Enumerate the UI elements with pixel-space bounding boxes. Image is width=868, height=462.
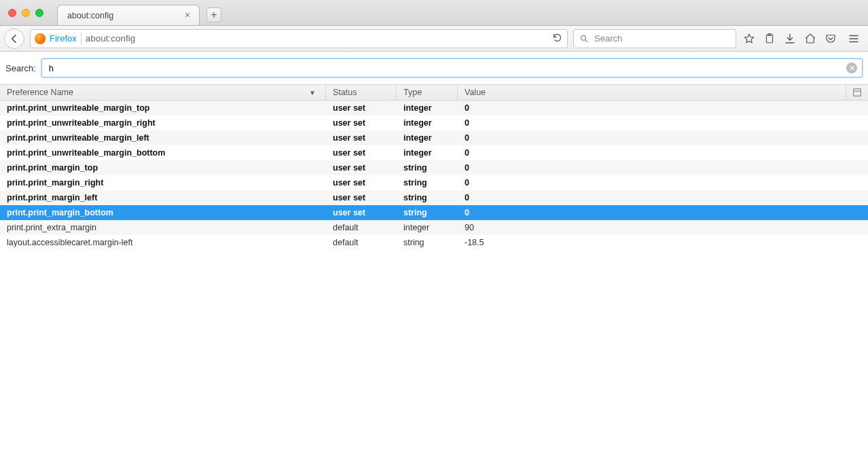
cell-preference-name: print.print_unwriteable_margin_left [0,133,326,143]
cell-type: string [397,163,458,173]
table-row[interactable]: print.print_margin_bottomuser setstring0 [0,205,868,220]
reload-button[interactable] [551,33,563,45]
cell-preference-name: print.print_unwriteable_margin_top [0,103,326,113]
cell-value: 0 [458,163,868,173]
search-placeholder: Search [594,33,622,43]
close-window-button[interactable] [8,9,16,17]
pocket-button[interactable] [820,29,841,49]
svg-line-1 [585,39,587,41]
library-button[interactable] [759,29,780,49]
config-search-label: Search: [5,63,36,73]
new-tab-button[interactable]: + [206,7,221,22]
col-header-type[interactable]: Type [397,85,458,100]
cell-type: integer [397,148,458,158]
app-menu-button[interactable] [844,29,864,49]
cell-type: string [397,193,458,202]
cell-value: 0 [458,103,868,113]
cell-preference-name: print.print_margin_top [0,163,326,173]
svg-point-0 [581,35,585,40]
cell-value: 0 [458,193,868,202]
pocket-icon [825,33,837,45]
close-icon: ✕ [849,65,855,72]
cell-status: default [326,238,397,247]
cell-preference-name: print.print_margin_right [0,178,326,188]
cell-status: user set [326,208,397,217]
cell-value: 0 [458,148,868,158]
cell-value: 0 [458,178,868,188]
cell-preference-name: print.print_extra_margin [0,223,326,232]
cell-value: -18.5 [458,238,868,247]
downloads-button[interactable] [780,29,800,49]
tab-title: about:config [67,11,113,20]
navigation-toolbar: Firefox about:config Search [0,26,868,52]
cell-type: string [397,178,458,188]
window-controls [0,9,52,17]
cell-preference-name: print.print_margin_bottom [0,208,326,217]
prefs-table-body: print.print_unwriteable_margin_topuser s… [0,101,868,250]
url-bar[interactable]: Firefox about:config [30,29,568,48]
table-row[interactable]: print.print_margin_rightuser setstring0 [0,175,868,190]
back-button[interactable] [4,29,24,49]
column-picker-button[interactable] [846,85,868,100]
svg-rect-4 [854,89,861,96]
url-identity-label: Firefox [50,33,77,43]
cell-type: string [397,238,458,247]
cell-preference-name: print.print_unwriteable_margin_right [0,118,326,128]
bookmark-star-button[interactable] [739,29,759,49]
config-search-wrap: ✕ [41,58,863,77]
cell-preference-name: layout.accessiblecaret.margin-left [0,238,326,247]
cell-status: user set [326,178,397,188]
maximize-window-button[interactable] [35,9,43,17]
table-row[interactable]: print.print_extra_margindefaultinteger90 [0,220,868,235]
table-row[interactable]: print.print_margin_topuser setstring0 [0,160,868,175]
reload-icon [552,33,562,43]
cell-type: integer [397,223,458,232]
browser-tab[interactable]: about:config × [57,5,200,25]
col-header-status[interactable]: Status [326,85,397,100]
cell-status: user set [326,163,397,173]
url-divider [81,33,82,45]
tab-close-button[interactable]: × [183,10,192,20]
cell-status: user set [326,103,397,113]
cell-type: integer [397,133,458,143]
search-bar[interactable]: Search [573,29,736,48]
table-row[interactable]: print.print_unwriteable_margin_leftuser … [0,130,868,145]
cell-value: 0 [458,133,868,143]
toolbar-icons [739,29,864,49]
minimize-window-button[interactable] [22,9,30,17]
sort-indicator-icon: ▼ [309,89,316,96]
col-header-preference-name[interactable]: Preference Name ▼ [0,85,326,100]
firefox-window: about:config × + Firefox about:config Se… [0,0,868,462]
search-icon [579,34,589,43]
table-row[interactable]: print.print_margin_leftuser setstring0 [0,190,868,205]
table-row[interactable]: print.print_unwriteable_margin_rightuser… [0,116,868,130]
table-row[interactable]: layout.accessiblecaret.margin-leftdefaul… [0,235,868,250]
table-row[interactable]: print.print_unwriteable_margin_bottomuse… [0,145,868,160]
cell-status: user set [326,133,397,143]
config-search-input[interactable] [41,58,863,77]
home-button[interactable] [800,29,820,49]
col-header-label: Type [403,88,422,97]
star-icon [743,33,755,45]
config-search-row: Search: ✕ [0,52,868,84]
col-header-label: Value [465,88,486,97]
cell-status: user set [326,118,397,128]
home-icon [804,33,816,45]
col-header-value[interactable]: Value [458,85,846,100]
cell-preference-name: print.print_unwriteable_margin_bottom [0,148,326,158]
cell-preference-name: print.print_margin_left [0,193,326,202]
col-header-label: Status [333,88,357,97]
tab-strip: about:config × + [57,0,221,25]
back-arrow-icon [9,33,20,44]
cell-type: string [397,208,458,217]
clipboard-icon [763,33,776,45]
table-row[interactable]: print.print_unwriteable_margin_topuser s… [0,101,868,116]
prefs-table-header: Preference Name ▼ Status Type Value [0,84,868,101]
column-picker-icon [853,88,861,96]
cell-value: 0 [458,208,868,217]
cell-status: default [326,223,397,232]
config-search-clear-button[interactable]: ✕ [846,63,857,73]
download-icon [784,33,796,45]
firefox-icon [35,33,46,44]
col-header-label: Preference Name [7,88,73,97]
